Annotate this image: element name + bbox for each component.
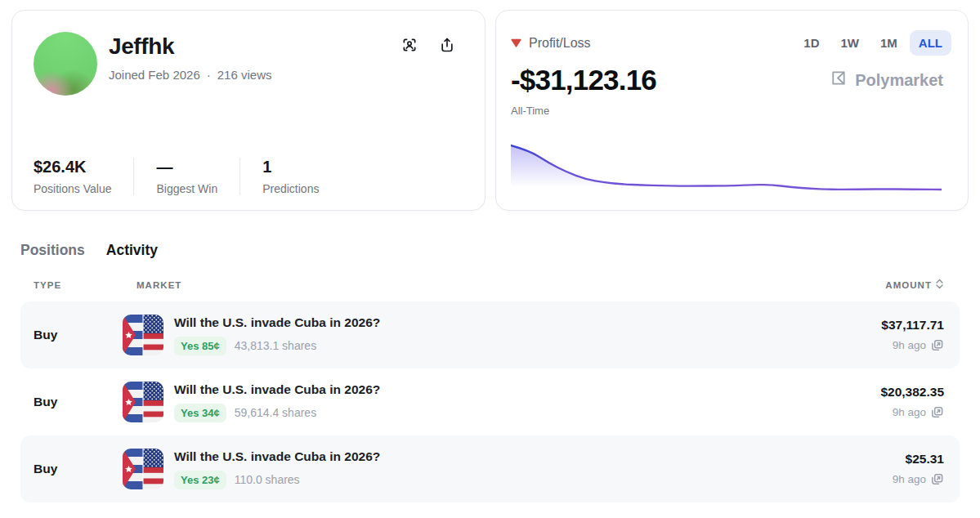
time-row: 9h ago <box>881 338 944 352</box>
column-header-type: TYPE <box>34 280 123 290</box>
market-cell: Will the U.S. invade Cuba in 2026? Yes 2… <box>123 449 893 489</box>
trade-type: Buy <box>34 462 123 476</box>
polymarket-wordmark: Polymarket <box>855 71 943 90</box>
profile-header: Jeffhk Joined Feb 2026 · 216 views <box>34 32 463 96</box>
trade-time: 9h ago <box>893 406 926 418</box>
range-1m-button[interactable]: 1M <box>871 30 906 56</box>
column-header-amount[interactable]: AMOUNT <box>885 279 944 291</box>
amount-cell: $37,117.71 9h ago <box>881 318 944 352</box>
profile-stats: $26.4K Positions Value — Biggest Win 1 P… <box>34 158 341 195</box>
outcome-badge: Yes 34¢ <box>174 404 226 422</box>
market-subline: Yes 34¢ 59,614.4 shares <box>174 404 380 422</box>
stat-biggest-win: — Biggest Win <box>133 158 239 195</box>
predictions-value: 1 <box>262 158 319 176</box>
amount-header-label: AMOUNT <box>885 280 932 290</box>
amount-cell: $25.31 9h ago <box>893 452 944 486</box>
activity-row[interactable]: Buy Will the U.S. invade Cuba in 2026? Y… <box>20 368 960 435</box>
amount-cell: $20,382.35 9h ago <box>880 385 944 419</box>
cuba-us-flags-image <box>123 382 163 422</box>
trade-amount: $25.31 <box>893 452 944 467</box>
profile-meta: Joined Feb 2026 · 216 views <box>109 68 271 82</box>
polymarket-logo-icon <box>829 69 848 92</box>
pnl-chart-container <box>511 143 942 192</box>
views-count: 216 views <box>217 68 272 82</box>
range-all-button[interactable]: ALL <box>910 30 951 56</box>
cuba-us-flags-image <box>123 315 163 355</box>
market-title: Will the U.S. invade Cuba in 2026? <box>174 315 380 330</box>
market-title: Will the U.S. invade Cuba in 2026? <box>174 382 380 397</box>
top-cards: Jeffhk Joined Feb 2026 · 216 views <box>0 0 980 211</box>
activity-row[interactable]: Buy Will the U.S. invade Cuba in 2026? Y… <box>20 435 960 502</box>
cuba-us-flags-image <box>123 449 163 489</box>
outcome-badge: Yes 23¢ <box>174 471 226 489</box>
scan-face-icon <box>401 43 418 56</box>
profile-identity: Jeffhk Joined Feb 2026 · 216 views <box>109 32 271 82</box>
market-info: Will the U.S. invade Cuba in 2026? Yes 3… <box>174 382 380 422</box>
trade-amount: $20,382.35 <box>880 385 944 400</box>
loss-triangle-icon <box>511 36 521 51</box>
market-subline: Yes 23¢ 110.0 shares <box>174 471 380 489</box>
biggest-win-value: — <box>156 158 217 176</box>
share-profile-button[interactable] <box>439 37 455 53</box>
meta-separator: · <box>207 68 211 82</box>
trade-type: Buy <box>34 395 123 409</box>
market-title: Will the U.S. invade Cuba in 2026? <box>174 449 380 464</box>
external-link-button[interactable] <box>930 405 944 419</box>
shares-count: 110.0 shares <box>235 473 300 486</box>
time-row: 9h ago <box>893 472 944 486</box>
polymarket-watermark: Polymarket <box>829 69 943 92</box>
pnl-label: Profit/Loss <box>529 36 591 51</box>
biggest-win-label: Biggest Win <box>156 182 217 195</box>
range-1d-button[interactable]: 1D <box>794 30 828 56</box>
market-info: Will the U.S. invade Cuba in 2026? Yes 2… <box>174 449 380 489</box>
sort-icon <box>935 279 944 291</box>
trade-amount: $37,117.71 <box>881 318 944 333</box>
profile-tabs: Positions Activity <box>20 242 980 259</box>
pnl-label-row: Profit/Loss <box>511 36 591 51</box>
trade-time: 9h ago <box>893 473 926 485</box>
tab-positions[interactable]: Positions <box>20 242 85 259</box>
positions-value: $26.4K <box>34 158 111 176</box>
avatar <box>34 32 97 96</box>
positions-value-label: Positions Value <box>34 182 111 195</box>
pnl-card: Profit/Loss 1D 1W 1M ALL -$31,123.16 Pol… <box>495 10 969 211</box>
column-header-market: MARKET <box>123 280 885 290</box>
table-header-row: TYPE MARKET AMOUNT <box>20 279 960 301</box>
trade-type: Buy <box>34 328 123 342</box>
pnl-chart[interactable] <box>511 143 942 192</box>
scan-qr-button[interactable] <box>401 37 418 53</box>
time-row: 9h ago <box>880 405 944 419</box>
pnl-period-label: All-Time <box>511 105 951 117</box>
external-link-icon <box>930 409 944 422</box>
external-link-icon <box>930 476 944 489</box>
stat-positions-value: $26.4K Positions Value <box>34 158 133 195</box>
profile-name: Jeffhk <box>109 33 271 60</box>
stat-predictions: 1 Predictions <box>239 158 341 195</box>
market-cell: Will the U.S. invade Cuba in 2026? Yes 3… <box>123 382 880 422</box>
outcome-badge: Yes 85¢ <box>174 337 226 355</box>
profile-actions <box>401 37 455 53</box>
market-info: Will the U.S. invade Cuba in 2026? Yes 8… <box>174 315 380 355</box>
profile-card: Jeffhk Joined Feb 2026 · 216 views <box>11 10 486 211</box>
pnl-value: -$31,123.16 <box>511 64 656 96</box>
predictions-label: Predictions <box>262 182 319 195</box>
trade-time: 9h ago <box>893 339 926 351</box>
shares-count: 59,614.4 shares <box>235 406 316 419</box>
external-link-button[interactable] <box>930 472 944 486</box>
pnl-header: Profit/Loss 1D 1W 1M ALL <box>511 30 951 56</box>
external-link-icon <box>930 342 944 355</box>
activity-table: TYPE MARKET AMOUNT Buy <box>20 279 960 502</box>
market-subline: Yes 85¢ 43,813.1 shares <box>174 337 380 355</box>
time-range-selector: 1D 1W 1M ALL <box>794 30 951 56</box>
market-cell: Will the U.S. invade Cuba in 2026? Yes 8… <box>123 315 881 355</box>
range-1w-button[interactable]: 1W <box>831 30 868 56</box>
external-link-button[interactable] <box>930 338 944 352</box>
joined-date: Joined Feb 2026 <box>109 68 200 82</box>
activity-row[interactable]: Buy Will the U.S. invade Cuba in 2026? Y… <box>20 301 960 368</box>
pnl-value-row: -$31,123.16 Polymarket <box>511 64 951 96</box>
tab-activity[interactable]: Activity <box>106 242 158 259</box>
share-icon <box>439 43 455 56</box>
shares-count: 43,813.1 shares <box>235 339 316 352</box>
